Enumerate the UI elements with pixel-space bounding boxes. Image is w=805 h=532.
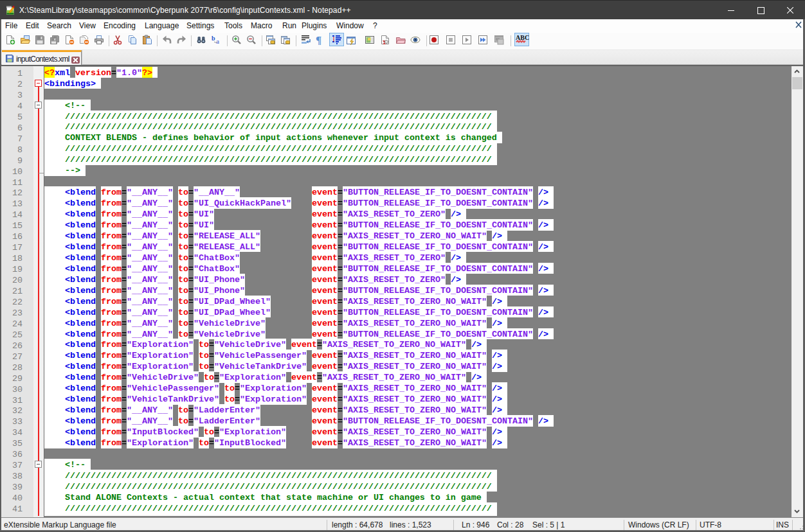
svg-text:b: b — [212, 35, 215, 42]
svg-text:a: a — [216, 38, 219, 45]
svg-text:¶: ¶ — [316, 35, 321, 45]
